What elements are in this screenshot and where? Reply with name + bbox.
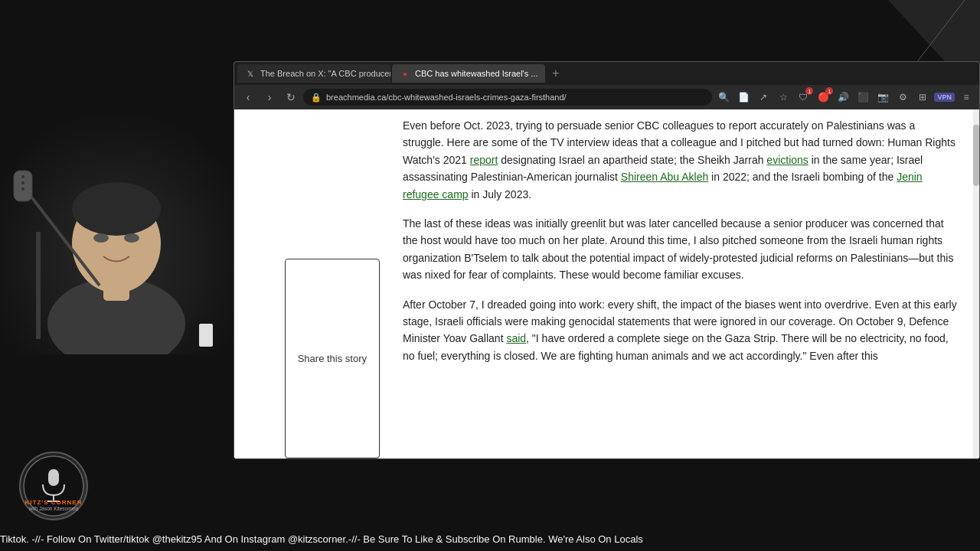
- webcam-overlay: [0, 109, 234, 354]
- tab1-label: The Breach on X: "A CBC producer...: [260, 69, 390, 78]
- article-area: Share this story Even before Oct. 2023, …: [234, 109, 979, 458]
- logo-circle: KITZ'S CORNER with Jason Kitesomela: [19, 452, 88, 520]
- settings-icon[interactable]: ⚙: [894, 89, 911, 106]
- share-icon[interactable]: ↗: [755, 89, 772, 106]
- url-text: breachmedia.ca/cbc-whitewashed-israels-c…: [326, 93, 704, 102]
- share-sidebar: Share this story: [234, 109, 387, 458]
- svg-point-12: [21, 175, 24, 178]
- reload-button[interactable]: ↻: [282, 88, 300, 106]
- ticker-bar: Tiktok. -//- Follow On Twitter/tiktok @t…: [0, 527, 980, 551]
- svg-rect-18: [48, 469, 59, 486]
- browser-chrome: 𝕏 The Breach on X: "A CBC producer... ● …: [234, 62, 979, 109]
- link-shireen[interactable]: Shireen Abu Akleh: [621, 171, 708, 183]
- scrollbar-track[interactable]: [973, 109, 979, 458]
- back-button[interactable]: ‹: [239, 88, 257, 106]
- webcam-video: [0, 109, 234, 354]
- vpn-badge[interactable]: VPN: [934, 93, 955, 102]
- ticker-text: Tiktok. -//- Follow On Twitter/tiktok @t…: [0, 533, 643, 545]
- nav-bar: ‹ › ↻ 🔒 breachmedia.ca/cbc-whitewashed-i…: [234, 85, 979, 109]
- forward-button[interactable]: ›: [260, 88, 279, 106]
- search-icon[interactable]: 🔍: [715, 89, 732, 106]
- audio-icon[interactable]: 🔊: [835, 89, 851, 106]
- logo-subtitle: with Jason Kitesomela: [25, 506, 83, 511]
- nav-icons-right: 🔍 📄 ↗ ☆ 🛡 1 🔴 1 🔊 ⬛ 📷 ⚙ ⊞ VPN ≡: [715, 89, 975, 106]
- tab-cbc[interactable]: ● CBC has whitewashed Israel's ... ✕: [392, 64, 545, 83]
- logo-area: KITZ'S CORNER with Jason Kitesomela: [8, 452, 100, 520]
- extension2-badge: 1: [825, 87, 833, 95]
- tab1-favicon: 𝕏: [245, 68, 256, 79]
- menu-icon[interactable]: ≡: [958, 89, 975, 106]
- extension2-icon[interactable]: 🔴 1: [815, 89, 831, 106]
- screenshot-icon[interactable]: 📷: [874, 89, 891, 106]
- new-tab-button[interactable]: +: [547, 64, 565, 83]
- split-icon[interactable]: ⊞: [914, 89, 931, 106]
- share-story-button[interactable]: Share this story: [285, 259, 380, 458]
- extension1-icon[interactable]: 🛡 1: [795, 89, 812, 106]
- browser-window: 𝕏 The Breach on X: "A CBC producer... ● …: [234, 61, 980, 459]
- sidebar-icon[interactable]: ⬛: [854, 89, 871, 106]
- logo-name: KITZ'S CORNER: [25, 499, 83, 506]
- svg-point-9: [124, 233, 139, 243]
- person-silhouette: [0, 109, 234, 354]
- svg-point-7: [72, 182, 161, 236]
- article-paragraph-1: Even before Oct. 2023, trying to persuad…: [403, 117, 958, 203]
- tab-bar: 𝕏 The Breach on X: "A CBC producer... ● …: [234, 62, 979, 85]
- tab2-favicon: ●: [400, 68, 410, 79]
- link-said[interactable]: said: [506, 332, 526, 344]
- lock-icon: 🔒: [311, 93, 322, 103]
- article-paragraph-2: The last of these ideas was initially gr…: [403, 215, 958, 284]
- link-report[interactable]: report: [470, 154, 498, 166]
- tab-breach[interactable]: 𝕏 The Breach on X: "A CBC producer...: [237, 64, 390, 83]
- svg-point-8: [93, 233, 109, 243]
- article-content: Even before Oct. 2023, trying to persuad…: [387, 109, 973, 458]
- reader-icon[interactable]: 📄: [735, 89, 752, 106]
- address-bar[interactable]: 🔒 breachmedia.ca/cbc-whitewashed-israels…: [303, 89, 712, 106]
- link-evictions[interactable]: evictions: [766, 154, 808, 166]
- svg-point-13: [21, 181, 24, 184]
- article-paragraph-3: After October 7, I dreaded going into wo…: [403, 296, 958, 365]
- extension1-badge: 1: [805, 87, 813, 95]
- tab2-label: CBC has whitewashed Israel's ...: [415, 69, 537, 78]
- bookmark-icon[interactable]: ☆: [775, 89, 792, 106]
- svg-point-14: [21, 187, 24, 191]
- svg-rect-16: [199, 324, 213, 347]
- scrollbar-thumb[interactable]: [973, 125, 979, 186]
